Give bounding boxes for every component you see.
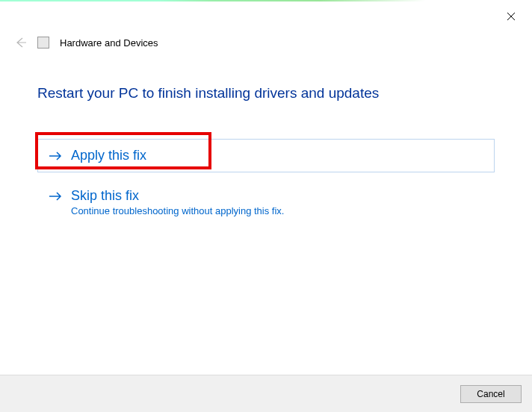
close-icon — [507, 12, 516, 21]
cancel-button[interactable]: Cancel — [460, 385, 522, 403]
window-top-border — [0, 0, 532, 1]
arrow-right-icon — [49, 151, 62, 161]
back-button[interactable] — [13, 36, 27, 49]
footer: Cancel — [0, 375, 532, 412]
header: Hardware and Devices — [0, 30, 532, 57]
titlebar — [0, 1, 532, 30]
apply-fix-title: Apply this fix — [71, 148, 146, 163]
troubleshooter-icon — [37, 37, 49, 49]
close-button[interactable] — [496, 6, 526, 27]
apply-fix-option[interactable]: Apply this fix — [37, 139, 495, 172]
skip-fix-option[interactable]: Skip this fix Continue troubleshooting w… — [37, 178, 495, 226]
main-heading: Restart your PC to finish installing dri… — [37, 85, 495, 102]
arrow-right-icon — [49, 191, 62, 202]
back-arrow-icon — [13, 36, 27, 49]
header-title: Hardware and Devices — [60, 37, 158, 49]
content-area: Restart your PC to finish installing dri… — [0, 57, 532, 226]
options-container: Apply this fix Skip this fix Continue tr… — [37, 139, 495, 226]
skip-fix-description: Continue troubleshooting without applyin… — [71, 205, 483, 216]
skip-fix-title: Skip this fix — [71, 188, 139, 204]
